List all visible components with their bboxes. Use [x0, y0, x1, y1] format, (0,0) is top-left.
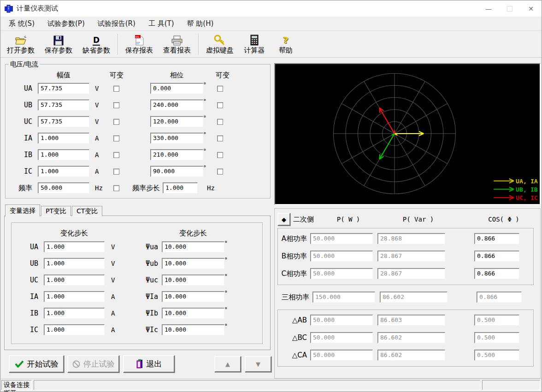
frequency-field[interactable]: 50.000	[38, 182, 89, 193]
phase-c-p-field: 50.000	[310, 268, 373, 279]
ia-amplitude-variable-checkbox[interactable]	[113, 135, 119, 141]
step-row-ib: IB 1.000 A ΨIb 10.000 °	[12, 305, 262, 322]
action-button-row: 开始试验 停止试验 退出 ▲ ▼	[4, 355, 271, 373]
uc-phase-field[interactable]: 120.000	[150, 116, 203, 127]
help-button[interactable]: ? 帮助	[270, 31, 301, 57]
uc-phase-variable-checkbox[interactable]	[217, 119, 223, 125]
psi-ua-step-field[interactable]: 10.000	[162, 241, 224, 252]
ib-step-field[interactable]: 1.000	[44, 308, 105, 319]
toolbar-button-label: 打开参数	[7, 46, 35, 55]
uc-step-field[interactable]: 1.000	[44, 275, 105, 286]
psi-ia-step-field[interactable]: 10.000	[162, 291, 224, 302]
frequency-row: 频率 50.000 Hz 频率步长 1.000 Hz	[6, 180, 270, 196]
ib-amplitude-variable-checkbox[interactable]	[113, 152, 119, 158]
ic-phase-variable-checkbox[interactable]	[217, 169, 223, 175]
uc-amplitude-variable-checkbox[interactable]	[113, 119, 119, 125]
psi-ib-step-field[interactable]: 10.000	[162, 308, 224, 319]
calculator-button[interactable]: 计算器	[239, 31, 270, 57]
psi-ub-step-field[interactable]: 10.000	[162, 258, 224, 269]
phase-b-row: B相功率 50.000 28.867 0.866	[278, 247, 530, 265]
ub-amplitude-field[interactable]: 57.735	[38, 99, 89, 111]
unit-label: V	[105, 276, 126, 284]
close-button[interactable]: ✕	[520, 0, 542, 17]
psi-uc-step-field[interactable]: 10.000	[162, 275, 224, 286]
scroll-down-button[interactable]: ▼	[245, 356, 271, 372]
minimize-button[interactable]: —	[478, 0, 499, 17]
phase-c-var-field: 28.867	[377, 268, 445, 279]
total-p-field: 150.000	[312, 292, 375, 303]
psi-label: Ψub	[138, 259, 162, 268]
psi-ic-step-field[interactable]: 10.000	[162, 324, 224, 335]
phasor-legend-label: UA, IA	[516, 178, 538, 185]
psi-label: ΨIb	[138, 309, 162, 317]
stop-test-button[interactable]: 停止试验	[67, 355, 119, 373]
phasor-legend-label: UB, IB	[516, 186, 538, 193]
step-row-uc: UC 1.000 V Ψuc 10.000 °	[12, 272, 262, 288]
start-test-button[interactable]: 开始试验	[9, 355, 64, 373]
scroll-up-button[interactable]: ▲	[214, 356, 241, 372]
ia-step-field[interactable]: 1.000	[44, 291, 105, 302]
frequency-variable-checkbox[interactable]	[113, 185, 119, 191]
unit-label: V	[89, 118, 110, 125]
open-params-button[interactable]: 打开参数	[2, 31, 40, 57]
frequency-step-field[interactable]: 1.000	[163, 182, 198, 193]
phase-a-cos-field: 0.866	[474, 233, 519, 244]
ic-phase-field[interactable]: 90.000	[150, 166, 203, 177]
ib-phase-field[interactable]: 210.000	[150, 149, 203, 160]
default-params-button[interactable]: D 缺省参数	[77, 31, 115, 57]
menu-item-test-report[interactable]: 试验报告(R)	[91, 18, 142, 30]
save-report-button[interactable]: EXL 保存报表	[120, 31, 158, 57]
ia-amplitude-field[interactable]: 1.000	[38, 133, 89, 144]
exit-label: 退出	[147, 359, 162, 369]
menu-item-help[interactable]: 帮 助(H)	[181, 18, 220, 30]
ub-phase-variable-checkbox[interactable]	[217, 102, 223, 108]
ic-amplitude-field[interactable]: 1.000	[38, 166, 89, 177]
ua-amplitude-variable-checkbox[interactable]	[113, 86, 119, 92]
view-report-button[interactable]: 查看报表	[158, 31, 196, 57]
unit-label: V	[105, 243, 126, 251]
ub-phase-field[interactable]: 240.000	[150, 99, 203, 111]
total-power-row: 三相功率 150.000 86.602 0.866	[277, 288, 534, 306]
ua-step-field[interactable]: 1.000	[44, 241, 105, 252]
virtual-keyboard-button[interactable]: 虚拟键盘	[201, 31, 239, 57]
ua-phase-field[interactable]: 0.000	[150, 83, 203, 94]
diamond-button[interactable]: ◆	[277, 213, 290, 226]
phase-b-cos-field: 0.866	[474, 251, 519, 262]
secondary-header-row: ◆ 二次侧 P( W ) P( Var ) COS( Φ )	[277, 211, 534, 228]
phase-a-p-field: 50.000	[310, 233, 373, 244]
ia-phase-variable-checkbox[interactable]	[217, 135, 223, 141]
psi-label: ΨIa	[138, 293, 162, 301]
save-params-button[interactable]: 保存参数	[40, 31, 77, 57]
ua-phase-variable-checkbox[interactable]	[217, 86, 223, 92]
secondary-title: 二次侧	[293, 215, 314, 224]
ub-step-field[interactable]: 1.000	[44, 258, 105, 269]
phase-c-row: C相功率 50.000 28.867 0.866	[278, 265, 530, 282]
ub-amplitude-variable-checkbox[interactable]	[113, 102, 119, 108]
ic-step-field[interactable]: 1.000	[44, 324, 105, 335]
ic-amplitude-variable-checkbox[interactable]	[113, 169, 119, 175]
key-icon	[214, 34, 226, 46]
ia-phase-field[interactable]: 330.000	[150, 133, 203, 144]
ua-amplitude-field[interactable]: 57.735	[38, 83, 89, 94]
tab-ct-ratio[interactable]: CT变比	[72, 206, 102, 216]
delta-ab-var-field: 86.603	[377, 315, 445, 326]
maximize-icon	[507, 6, 513, 12]
maximize-button[interactable]	[499, 0, 520, 17]
ib-amplitude-field[interactable]: 1.000	[38, 149, 89, 160]
ib-phase-variable-checkbox[interactable]	[217, 152, 223, 158]
unit-label: A	[89, 151, 110, 158]
menu-item-tools[interactable]: 工 具(T)	[142, 18, 181, 30]
uc-amplitude-field[interactable]: 57.735	[38, 116, 89, 127]
step-row-ia: IA 1.000 A ΨIa 10.000 °	[12, 288, 262, 305]
frequency-step-unit: Hz	[207, 184, 215, 192]
menu-item-test-params[interactable]: 试验参数(P)	[41, 18, 91, 30]
degree-label: °	[224, 240, 234, 246]
exit-button[interactable]: 退出	[123, 355, 175, 373]
tab-pt-ratio[interactable]: PT变比	[41, 206, 71, 216]
tab-variable-select[interactable]: 变量选择	[5, 205, 40, 216]
row-label: UB	[14, 259, 44, 268]
menu-item-system[interactable]: 系 统(S)	[2, 18, 41, 30]
delta-ab-row: △AB 50.000 86.603 0.500	[278, 311, 530, 329]
amplitude-header: 幅值	[38, 71, 89, 80]
row-label: UC	[8, 117, 38, 126]
